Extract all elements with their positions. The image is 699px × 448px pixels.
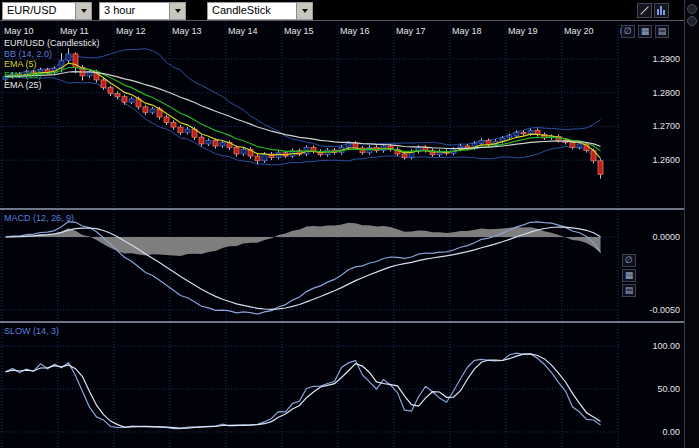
line-tool-button[interactable] [637, 3, 652, 18]
strip-round-button-2[interactable] [687, 16, 697, 26]
legend-ema25: EMA (25) [4, 80, 100, 91]
toolbar: EUR/USD 3 hour CandleStick [0, 0, 699, 21]
svg-text:0.00: 0.00 [662, 427, 680, 437]
legend-ema10: EMA (10) [4, 70, 100, 81]
svg-text:May 11: May 11 [60, 26, 89, 36]
grid-light-button[interactable]: ▤ [622, 284, 636, 297]
line-tool-icon [640, 6, 648, 14]
svg-text:May 13: May 13 [172, 26, 202, 36]
svg-text:May 18: May 18 [452, 26, 482, 36]
svg-text:100.00: 100.00 [652, 341, 680, 351]
macd-label: MACD (12, 26, 9) [4, 213, 74, 223]
svg-text:-0.0050: -0.0050 [649, 305, 680, 315]
svg-text:May 10: May 10 [4, 26, 34, 36]
slow-label: SLOW (14, 3) [4, 326, 59, 336]
strip-round-button-1[interactable] [687, 4, 697, 14]
svg-text:May 17: May 17 [396, 26, 426, 36]
candlestick-chart-icon [657, 6, 666, 15]
svg-text:50.00: 50.00 [657, 384, 680, 394]
dropdown-arrow-icon[interactable] [75, 3, 91, 19]
legend-instrument: EUR/USD (Candlestick) [4, 38, 100, 49]
svg-text:May 12: May 12 [116, 26, 146, 36]
chart-application: EUR/USD 3 hour CandleStick 1.29001.28001… [0, 0, 699, 448]
svg-text:May 19: May 19 [508, 26, 538, 36]
grid-dense-button[interactable]: ▦ [622, 269, 636, 282]
grid-light-button[interactable]: ▤ [655, 25, 669, 38]
chart-type-value: CandleStick [208, 3, 296, 19]
interval-value: 3 hour [100, 3, 169, 19]
dropdown-arrow-icon[interactable] [169, 3, 185, 19]
interval-dropdown[interactable]: 3 hour [99, 2, 186, 20]
chart-style-button[interactable] [654, 3, 669, 18]
svg-text:May 20: May 20 [564, 26, 594, 36]
legend-ema5: EMA (5) [4, 59, 100, 70]
svg-text:1.2700: 1.2700 [652, 121, 680, 131]
svg-text:0.0000: 0.0000 [652, 232, 680, 242]
chart-type-dropdown[interactable]: CandleStick [207, 2, 313, 20]
macd-chart-canvas[interactable]: 0.0000-0.0050 [0, 210, 684, 321]
symbol-dropdown[interactable]: EUR/USD [2, 2, 92, 20]
svg-text:1.2900: 1.2900 [652, 54, 680, 64]
grid-dense-button[interactable]: ▦ [638, 25, 652, 38]
svg-text:May 15: May 15 [284, 26, 314, 36]
zoom-reset-button[interactable]: ∅ [622, 254, 636, 267]
svg-text:May 14: May 14 [228, 26, 258, 36]
svg-text:1.2600: 1.2600 [652, 155, 680, 165]
svg-text:May 16: May 16 [340, 26, 370, 36]
svg-text:1.2800: 1.2800 [652, 88, 680, 98]
zoom-reset-button[interactable]: ∅ [621, 25, 635, 38]
dropdown-arrow-icon[interactable] [296, 3, 312, 19]
price-chart-canvas[interactable]: 1.29001.28001.27001.2600May 10May 11May … [0, 22, 684, 208]
macd-panel-controls: ∅ ▦ ▤ [622, 254, 636, 297]
symbol-value: EUR/USD [3, 3, 75, 19]
legend-bb: BB (14, 2.0) [4, 49, 100, 60]
price-panel-controls: ∅ ▦ ▤ [621, 25, 669, 38]
right-tool-strip [684, 0, 699, 448]
price-legend: EUR/USD (Candlestick) BB (14, 2.0) EMA (… [4, 38, 100, 91]
stochastic-chart-canvas[interactable]: 100.0050.000.00 [0, 323, 684, 448]
